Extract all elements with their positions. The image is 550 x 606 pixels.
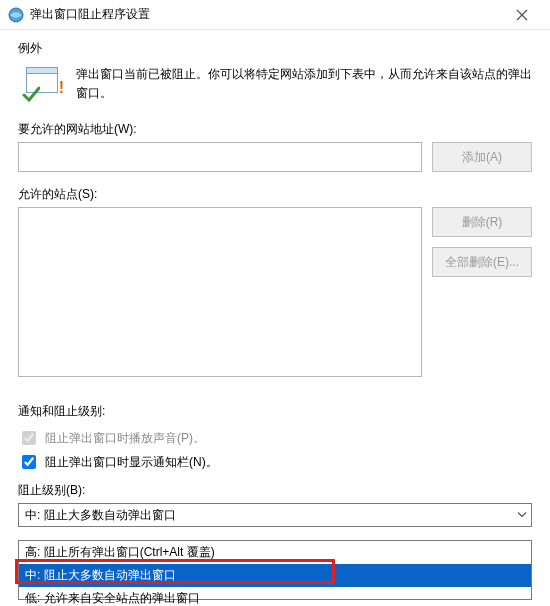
- close-button[interactable]: [502, 1, 542, 29]
- popup-blocked-icon: !: [24, 65, 62, 101]
- add-button[interactable]: 添加(A): [432, 142, 532, 172]
- address-input[interactable]: [18, 142, 422, 172]
- info-box: ! 弹出窗口当前已被阻止。你可以将特定网站添加到下表中，从而允许来自该站点的弹出…: [24, 65, 532, 103]
- show-bar-label: 阻止弹出窗口时显示通知栏(N)。: [45, 454, 218, 471]
- show-bar-row[interactable]: 阻止弹出窗口时显示通知栏(N)。: [18, 452, 532, 472]
- title-bar: 弹出窗口阻止程序设置: [0, 0, 550, 30]
- block-level-option-high[interactable]: 高: 阻止所有弹出窗口(Ctrl+Alt 覆盖): [19, 541, 531, 564]
- block-level-option-medium[interactable]: 中: 阻止大多数自动弹出窗口: [19, 564, 531, 587]
- info-text: 弹出窗口当前已被阻止。你可以将特定网站添加到下表中，从而允许来自该站点的弹出窗口…: [76, 65, 532, 103]
- address-label: 要允许的网站地址(W):: [18, 121, 532, 138]
- allowed-sites-label: 允许的站点(S):: [18, 186, 532, 203]
- chevron-down-icon: [517, 510, 527, 521]
- play-sound-row[interactable]: 阻止弹出窗口时播放声音(P)。: [18, 428, 532, 448]
- play-sound-checkbox[interactable]: [22, 431, 36, 445]
- remove-all-button[interactable]: 全部删除(E)...: [432, 247, 532, 277]
- notify-heading: 通知和阻止级别:: [18, 403, 532, 420]
- dialog-content: 例外 ! 弹出窗口当前已被阻止。你可以将特定网站添加到下表中，从而允许来自该站点…: [0, 30, 550, 527]
- app-icon: [8, 7, 24, 23]
- allowed-sites-listbox[interactable]: [18, 207, 422, 377]
- show-bar-checkbox[interactable]: [22, 455, 36, 469]
- block-level-label: 阻止级别(B):: [18, 482, 532, 499]
- window-title: 弹出窗口阻止程序设置: [30, 6, 502, 23]
- block-level-current: 中: 阻止大多数自动弹出窗口: [25, 507, 176, 524]
- remove-button[interactable]: 删除(R): [432, 207, 532, 237]
- block-level-dropdown[interactable]: 高: 阻止所有弹出窗口(Ctrl+Alt 覆盖) 中: 阻止大多数自动弹出窗口 …: [18, 540, 532, 600]
- block-level-option-low[interactable]: 低: 允许来自安全站点的弹出窗口: [19, 587, 531, 606]
- block-level-combobox[interactable]: 中: 阻止大多数自动弹出窗口: [18, 503, 532, 527]
- play-sound-label: 阻止弹出窗口时播放声音(P)。: [45, 430, 205, 447]
- exceptions-heading: 例外: [18, 40, 532, 57]
